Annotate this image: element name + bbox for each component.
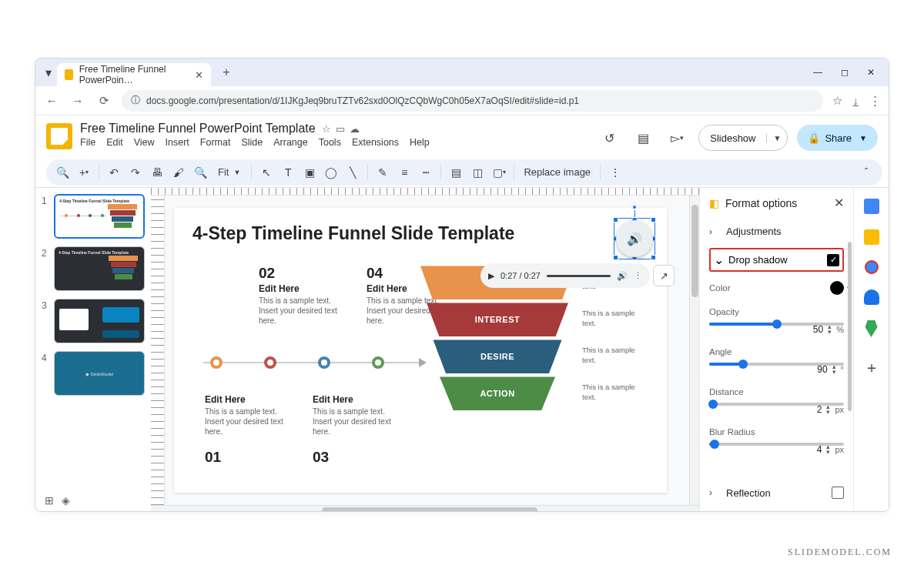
explore-icon[interactable]: ◈ — [62, 494, 70, 507]
slide-area[interactable]: 4-Step Timeline Funnel Slide Template 02… — [165, 196, 689, 505]
angle-value[interactable]: 90 — [817, 364, 827, 375]
textbox-icon[interactable]: T — [278, 162, 298, 182]
back-icon[interactable]: ← — [43, 92, 60, 109]
menu-slide[interactable]: Slide — [241, 137, 263, 148]
addons-plus-icon[interactable]: ＋ — [864, 357, 879, 378]
section-drop-shadow[interactable]: ⌄ Drop shadow ✓ — [709, 248, 844, 272]
menu-edit[interactable]: Edit — [106, 137, 123, 148]
funnel-seg-interest[interactable]: INTEREST — [427, 303, 568, 336]
slide-thumbnail-3[interactable] — [54, 299, 145, 343]
crop-icon[interactable]: ◫ — [467, 162, 487, 182]
toolbar-overflow-icon[interactable]: ⋮ — [605, 162, 625, 182]
search-icon[interactable]: 🔍 — [52, 162, 72, 182]
grid-view-icon[interactable]: ⊞ — [45, 494, 54, 507]
redo-icon[interactable]: ↷ — [126, 162, 146, 182]
shape-icon[interactable]: ◯ — [321, 162, 341, 182]
mask-icon[interactable]: ▢▾ — [489, 162, 509, 182]
image-icon[interactable]: ▣ — [300, 162, 320, 182]
border-weight-icon[interactable]: ≡ — [394, 162, 414, 182]
color-picker[interactable] — [830, 281, 844, 295]
select-icon[interactable]: ↖ — [256, 162, 276, 182]
popout-icon[interactable]: ↗ — [653, 265, 675, 286]
distance-value[interactable]: 2 — [817, 404, 822, 415]
slideshow-button[interactable]: Slideshow ▼ — [698, 125, 788, 151]
funnel-seg-desire[interactable]: DESIRE — [434, 340, 562, 373]
keep-icon[interactable] — [864, 229, 879, 245]
opacity-slider[interactable] — [709, 323, 844, 326]
resize-handle[interactable] — [613, 255, 618, 260]
resize-handle[interactable] — [613, 217, 618, 222]
history-icon[interactable]: ↺ — [597, 125, 621, 150]
funnel-label-3[interactable]: This is a sample text. — [582, 346, 636, 365]
drop-shadow-checkbox[interactable]: ✓ — [827, 254, 839, 266]
url-field[interactable]: ⓘ docs.google.com/presentation/d/1IJKgJe… — [122, 90, 823, 112]
resize-handle[interactable] — [651, 255, 656, 260]
slide-thumbnail-4[interactable]: ◆ SlideModel — [54, 351, 145, 396]
audio-object-selection[interactable]: 🔊 — [616, 220, 653, 257]
distance-slider[interactable] — [709, 403, 844, 406]
menu-insert[interactable]: Insert — [166, 137, 189, 148]
tasks-icon[interactable] — [865, 260, 879, 274]
menu-arrange[interactable]: Arrange — [273, 137, 307, 148]
line-icon[interactable]: ╲ — [343, 162, 363, 182]
slide-title[interactable]: 4-Step Timeline Funnel Slide Template — [192, 223, 648, 244]
timeline-node-4[interactable] — [372, 356, 384, 369]
menu-tools[interactable]: Tools — [319, 137, 341, 148]
forward-icon[interactable]: → — [69, 92, 86, 109]
slide-thumbnail-2[interactable]: 4-Step Timeline Funnel Slide Template — [54, 246, 145, 291]
horizontal-scrollbar[interactable] — [151, 505, 699, 511]
reload-icon[interactable]: ⟳ — [95, 92, 112, 109]
timeline-node-2[interactable] — [264, 356, 276, 369]
menu-format[interactable]: Format — [200, 137, 231, 148]
timeline-block-03[interactable]: Edit Here This is a sample text. Insert … — [313, 393, 401, 466]
menu-help[interactable]: Help — [410, 137, 430, 148]
opacity-value[interactable]: 50 — [813, 324, 823, 335]
overflow-icon[interactable]: ⋮ — [869, 94, 881, 108]
calendar-icon[interactable] — [864, 199, 879, 214]
browser-tab[interactable]: Free Timeline Funnel PowerPoin… ✕ — [57, 63, 211, 86]
blur-value[interactable]: 4 — [817, 444, 822, 455]
share-button[interactable]: 🔒 Share ▼ — [797, 125, 878, 151]
timeline-block-02[interactable]: 02 Edit Here This is a sample text. Inse… — [259, 265, 347, 326]
audio-player[interactable]: ▶ 0:27 / 0:27 🔊 ⋮ — [480, 263, 650, 288]
border-color-icon[interactable]: ✎ — [373, 162, 393, 182]
menu-view[interactable]: View — [134, 137, 155, 148]
bookmark-icon[interactable]: ☆ — [832, 94, 842, 108]
resize-handle[interactable] — [651, 217, 656, 222]
contacts-icon[interactable] — [864, 289, 879, 305]
stepper-icon[interactable]: ▴▾ — [832, 364, 836, 375]
minimize-icon[interactable]: ― — [813, 67, 822, 78]
slide-canvas[interactable]: 4-Step Timeline Funnel Slide Template 02… — [174, 208, 667, 493]
maps-icon[interactable] — [865, 320, 878, 337]
menu-file[interactable]: File — [80, 137, 95, 148]
cloud-status-icon[interactable]: ☁ — [350, 123, 360, 135]
zoom-icon[interactable]: 🔍 — [190, 162, 210, 182]
funnel-label-2[interactable]: This is a sample text. — [582, 309, 636, 328]
section-reflection[interactable]: › Reflection — [709, 482, 844, 503]
volume-icon[interactable]: 🔊 — [617, 271, 628, 281]
menu-extensions[interactable]: Extensions — [352, 137, 399, 148]
timeline-node-3[interactable] — [318, 356, 330, 369]
slide-thumbnail-1[interactable]: 4-Step Timeline Funnel Slide Template — [54, 194, 145, 239]
section-adjustments[interactable]: › Adjustments — [709, 221, 844, 242]
format-options-icon[interactable]: ▤ — [446, 162, 466, 182]
tab-list-dropdown[interactable]: ▾ — [40, 64, 57, 81]
close-tab-icon[interactable]: ✕ — [195, 69, 203, 81]
site-info-icon[interactable]: ⓘ — [131, 94, 140, 107]
undo-icon[interactable]: ↶ — [104, 162, 124, 182]
close-window-icon[interactable]: ✕ — [867, 67, 875, 78]
move-icon[interactable]: ▭ — [336, 123, 345, 135]
stepper-icon[interactable]: ▴▾ — [826, 404, 830, 415]
timeline-block-01[interactable]: Edit Here This is a sample text. Insert … — [205, 393, 293, 466]
new-tab-button[interactable]: + — [216, 62, 237, 83]
collapse-toolbar-icon[interactable]: ˆ — [856, 162, 876, 182]
new-slide-icon[interactable]: +▾ — [74, 162, 94, 182]
close-panel-icon[interactable]: ✕ — [834, 196, 844, 210]
doc-title[interactable]: Free Timeline Funnel PowerPoint Template — [80, 122, 316, 135]
share-dropdown-icon[interactable]: ▼ — [859, 134, 867, 142]
replace-image-button[interactable]: Replace image — [519, 166, 595, 178]
angle-slider[interactable] — [709, 363, 844, 366]
slideshow-dropdown-icon[interactable]: ▼ — [766, 134, 787, 142]
reflection-checkbox[interactable] — [832, 487, 844, 499]
zoom-fit-dropdown[interactable]: Fit▼ — [212, 166, 246, 178]
